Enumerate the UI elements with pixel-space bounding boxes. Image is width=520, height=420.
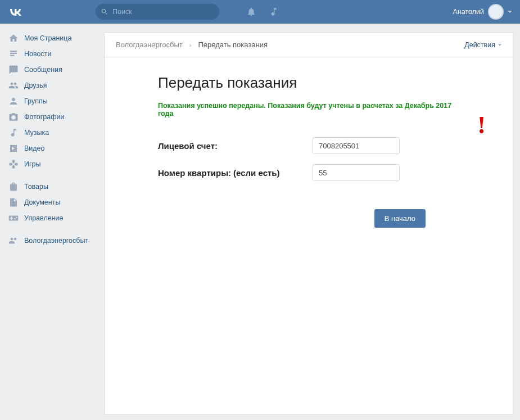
breadcrumb-root[interactable]: Вологдаэнергосбыт: [116, 40, 183, 49]
exclamation-icon: !: [477, 111, 486, 139]
sidebar-item-label: Видео: [24, 144, 45, 152]
user-menu[interactable]: Анатолий: [453, 4, 512, 20]
actions-label: Действия: [464, 41, 495, 49]
home-icon: [8, 33, 19, 43]
account-label: Лицевой счет:: [158, 141, 313, 151]
sidebar-item-label: Музыка: [24, 129, 49, 137]
search-icon: [101, 8, 108, 16]
sidebar-item-label: Документы: [24, 198, 60, 206]
sidebar-item-label: Вологдаэнергосбыт: [24, 237, 88, 245]
sidebar-item-messages[interactable]: Сообщения: [0, 62, 104, 78]
username: Анатолий: [453, 8, 484, 16]
breadcrumb-bar: Вологдаэнергосбыт › Передать показания Д…: [105, 33, 513, 57]
sidebar-item-manage[interactable]: Управление: [0, 210, 104, 226]
music-icon[interactable]: [269, 7, 279, 17]
apartment-input[interactable]: [313, 164, 400, 181]
page-title: Передать показания: [158, 74, 459, 92]
topbar: Анатолий: [0, 0, 520, 24]
bag-icon: [8, 182, 19, 192]
main-panel: Вологдаэнергосбыт › Передать показания Д…: [104, 32, 513, 414]
button-row: В начало: [158, 209, 459, 228]
sidebar-item-video[interactable]: Видео: [0, 141, 104, 156]
groups-icon: [8, 96, 19, 106]
form-row-apartment: Номер квартиры: (если есть): [158, 164, 459, 181]
video-icon: [8, 143, 19, 153]
form-row-account: Лицевой счет:: [158, 137, 459, 154]
sidebar-item-label: Друзья: [24, 82, 47, 89]
sidebar-item-label: Группы: [24, 97, 48, 105]
top-icons: [246, 7, 279, 17]
sidebar-item-label: Игры: [24, 160, 40, 168]
bell-icon[interactable]: [246, 7, 256, 17]
search-wrap: [96, 4, 219, 20]
sidebar-item-label: Товары: [24, 183, 48, 191]
message-icon: [8, 65, 19, 75]
success-message: Показания успешно переданы. Показания бу…: [158, 102, 459, 118]
avatar: [488, 4, 504, 20]
sidebar-item-music[interactable]: Музыка: [0, 125, 104, 141]
content: Передать показания Показания успешно пер…: [105, 57, 513, 239]
actions-dropdown[interactable]: Действия: [464, 41, 501, 49]
sidebar-item-my-page[interactable]: Моя Страница: [0, 30, 104, 46]
gamepad2-icon: [8, 213, 19, 223]
group2-icon: [8, 236, 19, 246]
gamepad-icon: [8, 159, 19, 169]
sidebar: Моя Страница Новости Сообщения Друзья Гр…: [0, 24, 104, 420]
sidebar-item-groups[interactable]: Группы: [0, 93, 104, 109]
account-input[interactable]: [313, 137, 400, 154]
sidebar-item-friends[interactable]: Друзья: [0, 78, 104, 93]
back-button[interactable]: В начало: [374, 209, 426, 228]
sidebar-item-label: Сообщения: [24, 66, 62, 74]
apartment-label: Номер квартиры: (если есть): [158, 168, 313, 178]
breadcrumb-separator: ›: [189, 42, 192, 48]
breadcrumb-current: Передать показания: [198, 40, 268, 49]
chevron-down-icon: [508, 11, 512, 13]
sidebar-item-products[interactable]: Товары: [0, 179, 104, 195]
news-icon: [8, 49, 19, 59]
chevron-down-icon: [498, 44, 501, 46]
sidebar-item-label: Новости: [24, 50, 51, 58]
sidebar-item-news[interactable]: Новости: [0, 46, 104, 62]
search-input[interactable]: [96, 4, 219, 20]
camera-icon: [8, 112, 19, 122]
sidebar-item-games[interactable]: Игры: [0, 156, 104, 172]
sidebar-item-label: Управление: [24, 214, 64, 222]
sidebar-item-vologda[interactable]: Вологдаэнергосбыт: [0, 233, 104, 249]
sidebar-item-label: Фотографии: [24, 113, 64, 121]
vk-logo[interactable]: [8, 4, 22, 19]
sidebar-item-documents[interactable]: Документы: [0, 195, 104, 210]
sidebar-item-label: Моя Страница: [24, 34, 71, 42]
sidebar-item-photos[interactable]: Фотографии: [0, 109, 104, 125]
friends-icon: [8, 80, 19, 91]
note-icon: [8, 128, 19, 138]
doc-icon: [8, 197, 19, 207]
